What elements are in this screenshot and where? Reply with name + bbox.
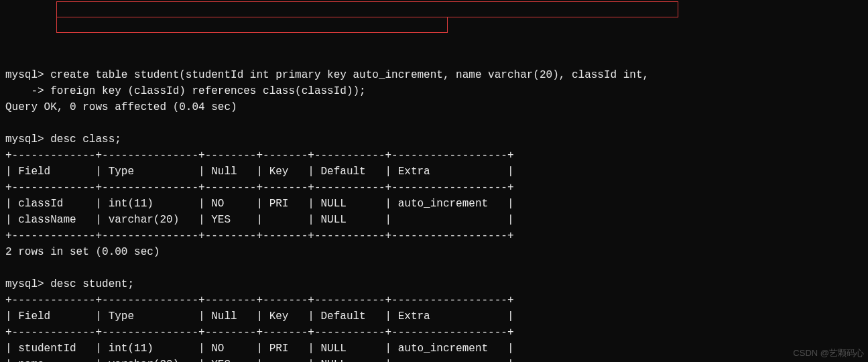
terminal-output: mysql> create table student(studentId in… [5, 67, 863, 362]
highlight-rectangle [56, 17, 448, 33]
highlight-rectangle [56, 1, 678, 17]
watermark-text: CSDN @艺颗码心 [793, 347, 864, 360]
